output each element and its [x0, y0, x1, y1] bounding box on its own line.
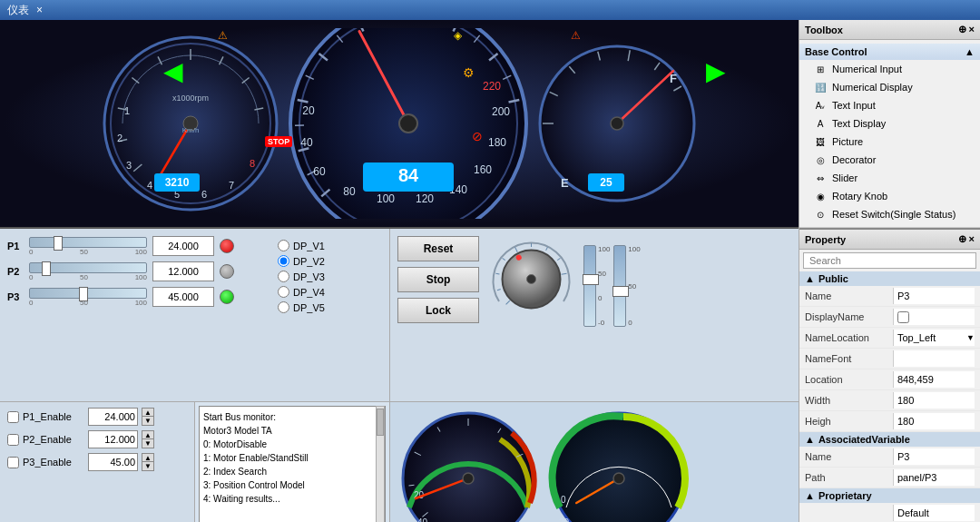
- p3-status-dot: [220, 290, 234, 304]
- p1-spin-down[interactable]: ▼: [142, 417, 154, 426]
- svg-line-74: [497, 289, 501, 290]
- radio-dp-v2-input[interactable]: [278, 255, 289, 267]
- prop-assocname-row: Name P3: [799, 447, 980, 468]
- p1-thumb[interactable]: [54, 236, 63, 251]
- lock-button[interactable]: Lock: [397, 298, 479, 323]
- prop-location-value[interactable]: 848,459: [893, 371, 975, 388]
- svg-point-99: [463, 473, 474, 484]
- p1-slider[interactable]: [29, 237, 147, 248]
- property-search-container: [799, 250, 980, 271]
- vslider1-container: 100500-0: [583, 236, 610, 336]
- stop-button[interactable]: Stop: [397, 267, 479, 292]
- radio-dp-v2[interactable]: DP_V2: [278, 255, 325, 267]
- vslider2-container: 100500: [613, 236, 640, 336]
- public-collapse-icon: ▲: [805, 273, 815, 284]
- radio-dp-v5[interactable]: DP_V5: [278, 301, 325, 313]
- toolbox-item-decorator[interactable]: ◎ Decorator: [799, 151, 980, 169]
- vslider1-thumb[interactable]: [583, 274, 599, 285]
- bottom-controls: P1_Enable ▲ ▼ P2_Enable: [0, 401, 799, 522]
- mini-gauge-1: 20 40 60 80 100: [396, 408, 541, 522]
- toolbox-item-picture[interactable]: 🖼 Picture: [799, 133, 980, 151]
- p3-thumb[interactable]: [79, 287, 88, 301]
- svg-text:40: 40: [300, 136, 313, 149]
- svg-text:20: 20: [302, 104, 315, 117]
- prop-name-value[interactable]: P3: [893, 288, 975, 304]
- decorator-icon: ◎: [814, 153, 827, 166]
- p3-spin-down[interactable]: ▼: [142, 462, 154, 471]
- p3-marks: 050100: [29, 299, 147, 307]
- p2-spinner[interactable]: ▲ ▼: [142, 430, 154, 448]
- prop-displayname-value[interactable]: [893, 309, 975, 325]
- toolbox-item-slider[interactable]: ⇔ Slider: [799, 169, 980, 187]
- p3-slider[interactable]: [29, 288, 147, 299]
- p3-spinner[interactable]: ▲ ▼: [142, 453, 154, 471]
- property-pin[interactable]: ⊕ ×: [958, 233, 975, 245]
- radio-dp-v1-input[interactable]: [278, 240, 289, 251]
- p2-enable-value[interactable]: [88, 430, 138, 448]
- p3-enable-row: P3_Enable ▲ ▼: [7, 453, 187, 471]
- toolbox-titlebar: Toolbox ⊕ ×: [799, 20, 980, 40]
- scrollbar-thumb[interactable]: [377, 409, 384, 436]
- p3-enable-checkbox[interactable]: [7, 457, 19, 468]
- toolbox-category-base[interactable]: Base Control ▲: [799, 44, 980, 60]
- title-bar-close[interactable]: ×: [36, 4, 43, 16]
- prop-group-assocvar: ▲ AssociatedVariable: [799, 432, 980, 447]
- svg-text:20: 20: [559, 517, 570, 522]
- vslider1[interactable]: [583, 245, 596, 327]
- p2-spin-down[interactable]: ▼: [142, 439, 154, 448]
- displayname-checkbox[interactable]: [897, 311, 909, 323]
- radio-dp-v5-label: DP_V5: [293, 302, 325, 313]
- prop-assocname-value[interactable]: P3: [893, 448, 975, 465]
- radio-dp-v3[interactable]: DP_V3: [278, 271, 325, 282]
- p1-enable-checkbox[interactable]: [7, 411, 19, 423]
- p3-enable-value[interactable]: [88, 453, 138, 471]
- toolbox-item-numerical-display[interactable]: 🔢 Numerical Display: [799, 78, 980, 96]
- p2-slider[interactable]: [29, 262, 147, 273]
- prop-default-value[interactable]: Default: [893, 505, 975, 521]
- toolbox-item-numerical-input[interactable]: ⊞ Numerical Input: [799, 60, 980, 78]
- sliders-section: P1 050100: [0, 229, 390, 401]
- radio-dp-v4[interactable]: DP_V4: [278, 286, 325, 298]
- radio-dp-v5-input[interactable]: [278, 301, 289, 313]
- property-search[interactable]: [803, 252, 976, 269]
- radio-dp-v1[interactable]: DP_V1: [278, 240, 325, 251]
- p2-spin-up[interactable]: ▲: [142, 430, 154, 439]
- toolbox-item-reset-switch[interactable]: ⊙ Reset Switch(Single Status): [799, 205, 980, 223]
- p1-value-input[interactable]: [152, 236, 214, 256]
- p3-spin-up[interactable]: ▲: [142, 453, 154, 462]
- p1-enable-value[interactable]: [88, 408, 138, 426]
- prop-path-value[interactable]: panel/P3: [893, 469, 975, 486]
- speed-gauge: 20 40 60 80 100 120 140 160 180 200 220: [281, 28, 535, 219]
- radio-dp-v3-input[interactable]: [278, 271, 289, 282]
- right-controls: Reset Stop Lock: [390, 229, 799, 401]
- scrollbar[interactable]: [376, 406, 385, 522]
- prop-namelocation-value[interactable]: Top_Left ▼: [893, 330, 975, 346]
- title-bar-title: 仪表: [7, 3, 29, 18]
- p1-marks: 050100: [29, 248, 147, 256]
- vslider1-scale: 100500-0: [598, 245, 610, 327]
- reset-button[interactable]: Reset: [397, 236, 479, 261]
- p1-spin-up[interactable]: ▲: [142, 408, 154, 417]
- toolbox-item-text-input[interactable]: Aᵥ Text Input: [799, 96, 980, 114]
- p1-spinner[interactable]: ▲ ▼: [142, 408, 154, 426]
- toolbox-item-text-display[interactable]: A Text Display: [799, 114, 980, 133]
- toolbox-item-rotary-knob[interactable]: ◉ Rotary Knob: [799, 187, 980, 205]
- vertical-sliders: 100500-0 1: [583, 236, 641, 345]
- sliders-and-radio: P1 050100: [7, 236, 382, 313]
- radio-dp-v4-input[interactable]: [278, 286, 289, 298]
- p3-value-input[interactable]: [152, 287, 214, 307]
- rotary-knob[interactable]: [488, 236, 574, 322]
- vslider2[interactable]: [613, 245, 626, 327]
- dropdown-icon[interactable]: ▼: [966, 333, 975, 342]
- p2-thumb[interactable]: [42, 261, 51, 276]
- p2-enable-checkbox[interactable]: [7, 434, 19, 446]
- property-panel: Property ⊕ × ▲ Public Name P3 DisplayNam…: [799, 230, 980, 522]
- vslider2-thumb[interactable]: [612, 286, 629, 297]
- p2-value-input[interactable]: [152, 261, 214, 281]
- svg-text:200: 200: [492, 105, 510, 118]
- prop-heigh-value[interactable]: 180: [893, 413, 975, 429]
- prop-namefont-value[interactable]: [893, 350, 975, 367]
- prop-width-value[interactable]: 180: [893, 392, 975, 409]
- toolbox-pin[interactable]: ⊕ ×: [958, 24, 975, 35]
- arrow-right-icon: ▶: [706, 56, 726, 86]
